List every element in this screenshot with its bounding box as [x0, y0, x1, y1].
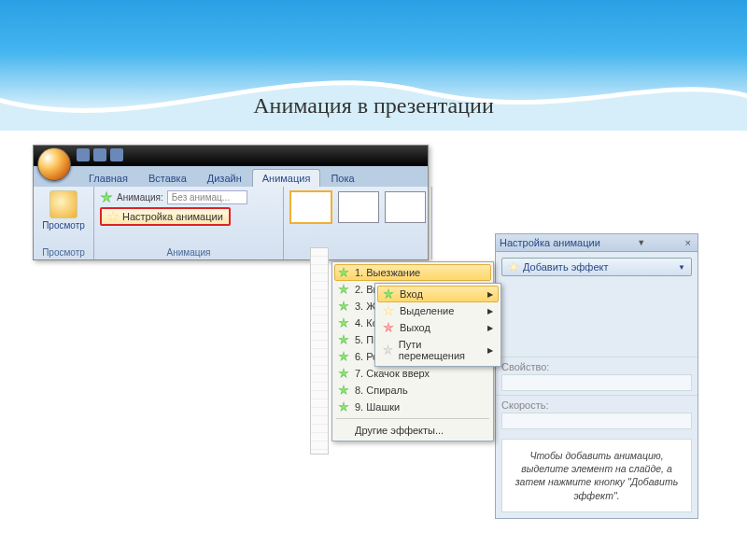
speed-section: Скорость: [496, 395, 698, 433]
chevron-right-icon: ▶ [487, 324, 493, 332]
slide-title: Анимация в презентации [0, 93, 747, 119]
effect-icon [338, 385, 349, 396]
entrance-item-7-label: 7. Скачок вверх [355, 368, 430, 379]
custom-animation-label: Настройка анимации [122, 211, 223, 222]
preview-icon [49, 190, 78, 218]
menu-emphasis[interactable]: Выделение▶ [377, 302, 499, 319]
menu-exit-label: Выход [400, 322, 430, 333]
qat-redo-icon[interactable] [110, 148, 123, 161]
custom-animation-taskpane: Настройка анимации ▼ × Добавить эффект ▼… [495, 233, 698, 519]
property-field[interactable] [501, 374, 692, 391]
add-effect-icon [508, 261, 519, 273]
transition-thumb-3[interactable] [385, 191, 426, 223]
custom-animation-icon [107, 211, 119, 222]
tab-insert[interactable]: Вставка [138, 169, 197, 187]
preview-button-label: Просмотр [42, 220, 85, 231]
exit-icon [383, 322, 394, 333]
speed-label: Скорость: [501, 399, 549, 411]
effect-icon [338, 301, 349, 312]
menu-entrance[interactable]: Вход▶ [377, 286, 499, 302]
entrance-item-7[interactable]: 7. Скачок вверх [334, 365, 491, 382]
quick-access-toolbar [77, 148, 123, 161]
animate-icon [100, 191, 113, 204]
entrance-item-9[interactable]: 9. Шашки [334, 399, 491, 415]
taskpane-close-button[interactable]: × [683, 237, 694, 248]
entrance-item-8[interactable]: 8. Спираль [334, 382, 491, 399]
motion-icon [383, 344, 393, 356]
entrance-item-1[interactable]: 1. Выезжание [334, 264, 491, 281]
tab-animation[interactable]: Анимация [252, 169, 321, 187]
more-effects-label: Другие эффекты... [355, 425, 444, 436]
transition-thumb-2[interactable] [338, 191, 379, 223]
effect-icon [338, 317, 349, 329]
group-transition [284, 187, 432, 259]
taskpane-header: Настройка анимации ▼ × [496, 234, 698, 252]
entrance-item-1-label: 1. Выезжание [355, 267, 420, 278]
effect-icon [338, 401, 349, 413]
entrance-item-8-label: 8. Спираль [355, 385, 408, 396]
chevron-right-icon: ▶ [487, 346, 493, 355]
animate-label: Анимация: [117, 192, 163, 203]
preview-button[interactable]: Просмотр [39, 190, 88, 231]
add-effect-label: Добавить эффект [523, 261, 608, 273]
property-label: Свойство: [501, 361, 549, 372]
tab-home[interactable]: Главная [78, 169, 138, 187]
emphasis-icon [383, 305, 394, 316]
property-section: Свойство: [496, 357, 698, 395]
window-titlebar [34, 146, 428, 166]
more-effects-item[interactable]: Другие эффекты... [334, 422, 491, 439]
group-animation-label: Анимация [100, 245, 277, 258]
tab-design[interactable]: Дизайн [197, 169, 252, 187]
group-animation: Анимация: Без анимац... Настройка анимац… [94, 187, 284, 259]
add-effect-button[interactable]: Добавить эффект ▼ [501, 258, 692, 276]
menu-motion-label: Пути перемещения [399, 339, 482, 361]
menu-emphasis-label: Выделение [400, 305, 454, 316]
effect-category-menu: Вход▶ Выделение▶ Выход▶ Пути перемещения… [374, 283, 501, 367]
vertical-ruler [310, 247, 329, 455]
menu-separator [336, 418, 489, 419]
effect-icon [338, 267, 349, 278]
menu-exit[interactable]: Выход▶ [377, 319, 499, 336]
tab-slideshow[interactable]: Пока [320, 169, 364, 187]
effect-icon [338, 351, 349, 362]
ribbon-body: Просмотр Просмотр Анимация: Без анимац..… [34, 187, 428, 259]
chevron-right-icon: ▶ [487, 307, 493, 315]
ribbon-tabs: Главная Вставка Дизайн Анимация Пока [34, 166, 428, 187]
menu-entrance-label: Вход [400, 288, 423, 300]
custom-animation-button[interactable]: Настройка анимации [100, 207, 231, 226]
office-button[interactable] [37, 147, 71, 181]
entrance-icon [383, 288, 394, 300]
chevron-right-icon: ▶ [487, 290, 493, 299]
group-preview-label: Просмотр [39, 245, 88, 258]
animate-combo[interactable]: Без анимац... [167, 190, 247, 204]
menu-motion-paths[interactable]: Пути перемещения▶ [377, 336, 499, 364]
effect-icon [338, 284, 349, 295]
entrance-item-9-label: 9. Шашки [355, 401, 400, 413]
chevron-down-icon: ▼ [678, 263, 685, 272]
effect-icon [338, 368, 349, 379]
powerpoint-ribbon-window: Главная Вставка Дизайн Анимация Пока Про… [33, 145, 429, 260]
taskpane-menu-dropdown-icon[interactable]: ▼ [637, 238, 645, 247]
speed-field[interactable] [501, 413, 692, 429]
qat-save-icon[interactable] [77, 148, 90, 161]
effect-icon [338, 334, 349, 345]
qat-undo-icon[interactable] [93, 148, 106, 161]
taskpane-title: Настройка анимации [500, 237, 600, 248]
hint-text: Чтобы добавить анимацию, выделите элемен… [501, 439, 692, 512]
group-preview: Просмотр Просмотр [34, 187, 94, 259]
transition-none-thumb[interactable] [289, 190, 332, 224]
